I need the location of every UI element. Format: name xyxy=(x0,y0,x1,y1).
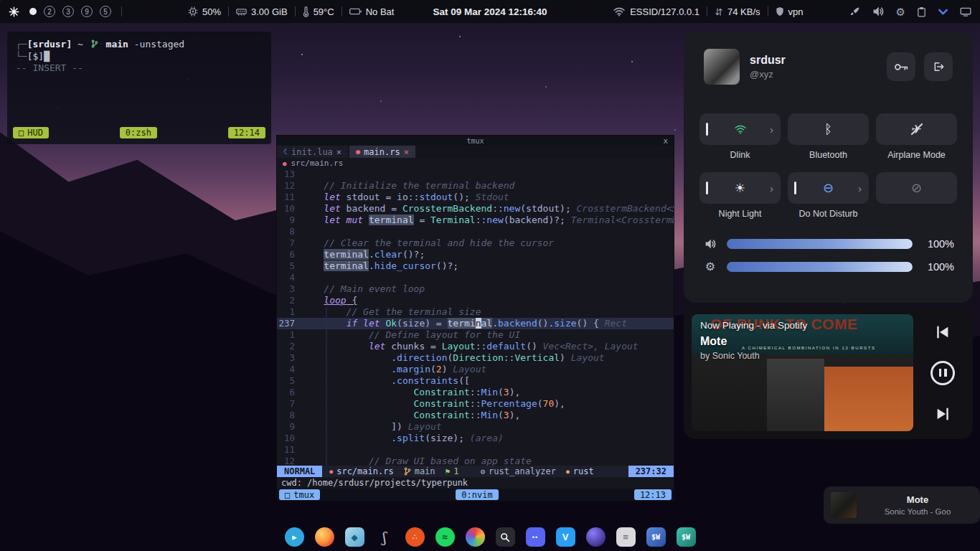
toggle-night-light[interactable]: ☀› xyxy=(699,172,781,204)
code-line: 5 terminal.hide_cursor()?; xyxy=(277,260,674,272)
code-text xyxy=(301,272,674,283)
dock-screenshot-icon[interactable] xyxy=(496,527,515,547)
close-icon[interactable]: x xyxy=(663,136,668,146)
tray-chevron-down-icon[interactable] xyxy=(938,8,948,16)
workspace-9[interactable]: 9 xyxy=(81,6,93,17)
winbar: ● src/main.rs xyxy=(277,158,674,169)
chevron-right-icon[interactable]: › xyxy=(770,123,773,136)
tmux-window-badge[interactable]: 0:nvim xyxy=(456,489,498,500)
workspace-2[interactable]: 2 xyxy=(44,6,55,17)
brightness-track[interactable] xyxy=(727,262,913,272)
code-text: │ ]) Layout xyxy=(301,421,674,433)
sun-icon: ☀ xyxy=(735,182,745,194)
pause-button[interactable] xyxy=(930,361,955,385)
tmux-window-badge[interactable]: 0:zsh xyxy=(120,127,157,138)
tray-speaker-icon[interactable] xyxy=(872,6,885,17)
dock-photos-icon[interactable] xyxy=(466,527,485,547)
tmux-session-badge[interactable]: □tmux xyxy=(279,489,320,500)
logout-button[interactable] xyxy=(924,52,953,81)
workspace-3[interactable]: 3 xyxy=(62,6,74,17)
dock-shell-hook-icon[interactable]: ʃ xyxy=(375,527,395,547)
terminal-line: └─[$]█ xyxy=(16,51,263,63)
dock-ubuntu-icon[interactable]: ∴ xyxy=(405,527,425,547)
toggle-cell: ⊘ xyxy=(876,172,957,220)
toggle-airplane-mode[interactable]: ✈ xyxy=(876,113,957,145)
line-number: 11 xyxy=(277,192,301,203)
album-art-orange-block xyxy=(824,367,913,431)
toggle-slash[interactable]: ⊘ xyxy=(876,172,957,204)
key-button[interactable] xyxy=(887,52,915,81)
dock-spotify-icon[interactable]: ≈ xyxy=(435,527,455,547)
code-text xyxy=(301,226,674,237)
notification-title: Mote xyxy=(862,494,973,505)
code-line: 8 xyxy=(277,226,674,237)
toggle-do-not-disturb[interactable]: ⊖› xyxy=(788,172,869,204)
stat-temperature: 59°C xyxy=(303,6,334,17)
code-text: │ .direction(Direction::Vertical) Layout xyxy=(301,352,674,364)
volume-slider: 100% xyxy=(699,238,957,250)
line-number: 12 xyxy=(277,180,301,192)
statusline-branch: main xyxy=(404,466,435,476)
album-art: OF PUNK TO COME A CHIMERICAL BOMBINATION… xyxy=(692,314,913,431)
chevron-right-icon[interactable]: › xyxy=(770,182,773,194)
tab-init-lua[interactable]: ☾init.lua× xyxy=(277,146,348,158)
code-text: │ Constraint::Percentage(70), xyxy=(301,398,674,410)
statusline-value: src/main.rs xyxy=(336,466,393,476)
tab-close-icon[interactable]: × xyxy=(404,147,409,157)
media-controls xyxy=(920,314,965,431)
code-text: │ if let Ok(size) = terminal.backend().s… xyxy=(301,318,674,329)
tray-clipboard-icon[interactable] xyxy=(917,6,926,17)
toggle-cell: ⊖›Do Not Disturb xyxy=(788,172,869,220)
line-number: 12 xyxy=(277,456,301,466)
stat-cpu: 50% xyxy=(188,6,221,17)
shield-icon xyxy=(776,6,784,17)
workspace-5[interactable]: 5 xyxy=(100,6,111,17)
dock-firefox-icon[interactable] xyxy=(315,527,334,547)
previous-track-button[interactable] xyxy=(936,326,950,339)
terminal-window[interactable]: ┌─[srdusr] ~ main -unstaged└─[$]█-- INSE… xyxy=(7,32,271,144)
workspace-active-dot[interactable] xyxy=(29,8,37,15)
cpu-value: 50% xyxy=(202,6,221,17)
branch-icon xyxy=(404,467,411,476)
line-number: 11 xyxy=(277,444,301,456)
toggle-cell: ✈Airplane Mode xyxy=(876,113,957,161)
line-number: 10 xyxy=(277,203,301,215)
code-text: terminal.clear()?; xyxy=(301,249,674,260)
dock-wezterm-icon[interactable]: $W xyxy=(646,527,666,547)
tab-main-rs[interactable]: ●main.rs× xyxy=(349,146,415,158)
dock-qutebrowser-icon[interactable]: ◆ xyxy=(345,527,364,547)
dock-obsidian-icon[interactable] xyxy=(586,527,606,547)
dot-icon: ● xyxy=(329,468,333,475)
cpu-icon xyxy=(188,6,198,17)
notification[interactable]: Mote Sonic Youth - Goo xyxy=(824,486,980,524)
editor-tmux-bar: □tmux 0:nvim 12:13 xyxy=(277,489,674,501)
toggle-label xyxy=(876,209,957,220)
toggle-dlink[interactable]: › xyxy=(699,113,781,145)
dock-trash-icon[interactable]: ≡ xyxy=(616,527,636,547)
chevron-right-icon[interactable]: › xyxy=(858,182,862,194)
dock-wezterm-alt-icon[interactable]: $W xyxy=(677,527,696,547)
dock-telegram-icon[interactable]: ▸ xyxy=(285,527,304,547)
dock-discord-icon[interactable]: •• xyxy=(526,527,545,547)
flag-icon: ⚑ xyxy=(446,466,451,476)
editor-window[interactable]: tmux x ☾init.lua×●main.rs× ● src/main.rs… xyxy=(276,135,674,501)
topbar-right: ESSID/127.0.0.174 KB/svpn ⚙ xyxy=(613,6,971,17)
tray-gear-icon[interactable]: ⚙ xyxy=(896,6,905,17)
tray-brush-icon[interactable] xyxy=(849,6,860,17)
volume-track[interactable] xyxy=(727,239,913,249)
code-line: 7 │ Constraint::Percentage(70), xyxy=(277,398,674,410)
tray-monitor-icon[interactable] xyxy=(960,7,971,17)
tab-close-icon[interactable]: × xyxy=(336,147,341,157)
rust-file-icon: ● xyxy=(283,160,286,167)
dock-vscode-icon[interactable]: V xyxy=(556,527,575,547)
pause-icon xyxy=(930,361,955,385)
next-track-button[interactable] xyxy=(936,408,950,420)
avatar xyxy=(704,49,740,85)
statusline-items: ●src/main.rsmain⚑1⚙rust_analyzer●rust xyxy=(322,466,628,477)
session-name: HUD xyxy=(27,128,43,138)
toggle-bluetooth[interactable]: ᛒ xyxy=(788,113,869,145)
statusline-diagnostics: ⚑1 xyxy=(446,466,459,476)
launcher-flower-icon[interactable] xyxy=(9,6,19,17)
code-area[interactable]: 1312 // Initialize the terminal backend1… xyxy=(277,169,674,466)
tmux-session-badge[interactable]: □HUD xyxy=(13,127,49,138)
